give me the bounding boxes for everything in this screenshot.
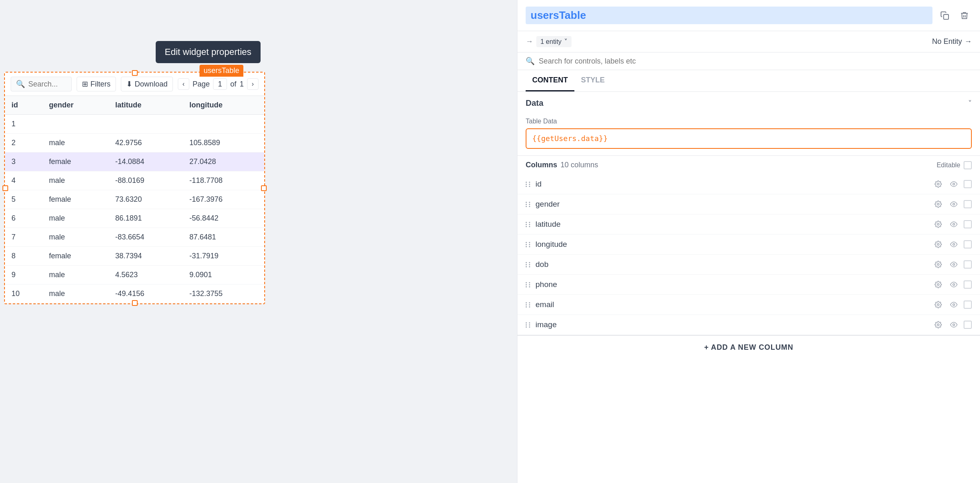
- drag-handle-icon[interactable]: [526, 302, 531, 308]
- cell-gender-4: female: [42, 190, 109, 209]
- cell-longitude-0: [183, 115, 264, 134]
- cell-latitude-0: [109, 115, 183, 134]
- search-icon: 🔍: [16, 80, 25, 89]
- filters-button[interactable]: ⊞ Filters: [77, 77, 116, 91]
- cell-latitude-1: 42.9756: [109, 134, 183, 153]
- table-row[interactable]: 1: [5, 115, 264, 134]
- column-visibility-icon[interactable]: [948, 299, 960, 310]
- filters-label: Filters: [91, 80, 111, 89]
- panel-tabs: CONTENT STYLE: [517, 70, 980, 92]
- table-row[interactable]: 8female38.7394-31.7919: [5, 247, 264, 266]
- table-search-box[interactable]: 🔍: [11, 77, 72, 91]
- download-button[interactable]: ⬇ Download: [121, 77, 173, 91]
- cell-gender-3: male: [42, 171, 109, 190]
- columns-title: Columns: [526, 161, 557, 169]
- svg-point-1: [937, 183, 939, 185]
- cell-longitude-5: -56.8442: [183, 209, 264, 228]
- column-settings-icon[interactable]: [932, 219, 944, 230]
- column-settings-icon[interactable]: [932, 178, 944, 190]
- svg-point-7: [937, 244, 939, 246]
- column-settings-icon[interactable]: [932, 279, 944, 290]
- resize-handle-right[interactable]: [261, 185, 267, 191]
- drag-handle-icon[interactable]: [526, 182, 531, 187]
- panel-search-input[interactable]: [539, 57, 972, 66]
- resize-handle-left[interactable]: [2, 185, 8, 191]
- tab-style[interactable]: STYLE: [574, 70, 611, 91]
- column-visibility-icon[interactable]: [948, 239, 960, 250]
- table-row[interactable]: 6male86.1891-56.8442: [5, 209, 264, 228]
- resize-handle-top[interactable]: [132, 70, 138, 76]
- column-editable-checkbox[interactable]: [964, 200, 972, 208]
- drag-handle-icon[interactable]: [526, 282, 531, 287]
- column-editable-checkbox[interactable]: [964, 220, 972, 228]
- table-row[interactable]: 9male4.56239.0901: [5, 266, 264, 285]
- column-editable-checkbox[interactable]: [964, 321, 972, 329]
- column-editable-checkbox[interactable]: [964, 180, 972, 188]
- column-visibility-icon[interactable]: [948, 198, 960, 210]
- column-visibility-icon[interactable]: [948, 219, 960, 230]
- cell-latitude-5: 86.1891: [109, 209, 183, 228]
- prev-page-button[interactable]: ‹: [178, 78, 189, 90]
- svg-point-16: [953, 324, 955, 326]
- panel-content: Data ˅ Table Data {{getUsers.data}} Colu…: [517, 92, 980, 483]
- drag-handle-icon[interactable]: [526, 222, 531, 227]
- cell-latitude-4: 73.6320: [109, 190, 183, 209]
- table-data-value: {{getUsers.data}}: [532, 134, 608, 143]
- column-editable-checkbox[interactable]: [964, 260, 972, 269]
- drag-handle-icon[interactable]: [526, 262, 531, 267]
- copy-icon[interactable]: [937, 8, 952, 23]
- table-header-row: id gender latitude longitude: [5, 96, 264, 115]
- column-visibility-icon[interactable]: [948, 178, 960, 190]
- column-visibility-icon[interactable]: [948, 279, 960, 290]
- column-editable-checkbox[interactable]: [964, 301, 972, 309]
- table-row[interactable]: 4male-88.0169-118.7708: [5, 171, 264, 190]
- column-settings-icon[interactable]: [932, 299, 944, 310]
- cell-id-1: 2: [5, 134, 42, 153]
- editable-all-checkbox[interactable]: [964, 161, 972, 169]
- delete-icon[interactable]: [957, 8, 972, 23]
- cell-gender-9: male: [42, 285, 109, 303]
- cell-longitude-3: -118.7708: [183, 171, 264, 190]
- data-section-header[interactable]: Data ˅: [517, 92, 980, 114]
- cell-id-5: 6: [5, 209, 42, 228]
- resize-handle-bottom[interactable]: [132, 300, 138, 306]
- column-visibility-icon[interactable]: [948, 259, 960, 270]
- column-name: latitude: [535, 220, 928, 229]
- drag-handle-icon[interactable]: [526, 322, 531, 328]
- no-entity[interactable]: No Entity →: [932, 37, 972, 46]
- table-data-input[interactable]: {{getUsers.data}}: [526, 128, 972, 149]
- col-header-gender: gender: [42, 96, 109, 115]
- columns-header: Columns 10 columns Editable: [517, 155, 980, 174]
- column-row: gender: [517, 194, 980, 214]
- table-row[interactable]: 5female73.6320-167.3976: [5, 190, 264, 209]
- panel-header-icons: [937, 8, 972, 23]
- cell-id-7: 8: [5, 247, 42, 266]
- column-visibility-icon[interactable]: [948, 319, 960, 330]
- editable-label: Editable: [937, 161, 972, 169]
- entity-badge[interactable]: 1 entity ˅: [536, 36, 572, 47]
- table-search-input[interactable]: [28, 80, 66, 89]
- cell-latitude-9: -49.4156: [109, 285, 183, 303]
- drag-handle-icon[interactable]: [526, 242, 531, 247]
- table-row[interactable]: 7male-83.665487.6481: [5, 228, 264, 247]
- add-column-button[interactable]: + ADD A NEW COLUMN: [517, 335, 980, 359]
- column-settings-icon[interactable]: [932, 198, 944, 210]
- column-row: id: [517, 174, 980, 194]
- table-row[interactable]: 3female-14.088427.0428: [5, 153, 264, 171]
- column-settings-icon[interactable]: [932, 239, 944, 250]
- column-settings-icon[interactable]: [932, 259, 944, 270]
- drag-handle-icon[interactable]: [526, 202, 531, 207]
- page-of: of: [230, 80, 236, 89]
- entity-row: → 1 entity ˅ No Entity →: [517, 31, 980, 52]
- table-widget[interactable]: 🔍 ⊞ Filters ⬇ Download ‹ Page 1 of 1 ›: [4, 72, 265, 304]
- data-section-chevron: ˅: [968, 99, 972, 108]
- svg-point-9: [937, 264, 939, 266]
- column-editable-checkbox[interactable]: [964, 280, 972, 289]
- column-settings-icon[interactable]: [932, 319, 944, 330]
- page-label: Page: [193, 80, 210, 89]
- next-page-button[interactable]: ›: [247, 78, 259, 90]
- edit-widget-tooltip: Edit widget properties: [156, 41, 261, 63]
- tab-content[interactable]: CONTENT: [526, 70, 574, 91]
- column-editable-checkbox[interactable]: [964, 240, 972, 248]
- table-row[interactable]: 2male42.9756105.8589: [5, 134, 264, 153]
